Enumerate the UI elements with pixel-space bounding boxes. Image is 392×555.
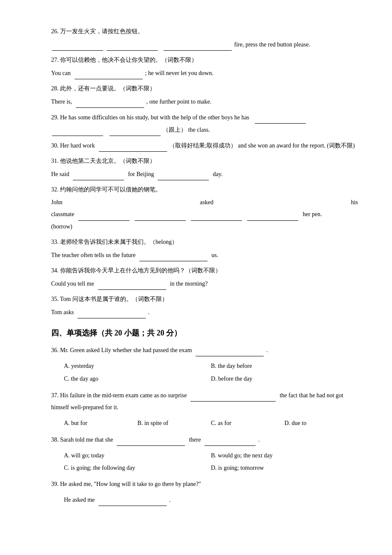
q31-blank2 (158, 168, 209, 180)
q39-sub-start: He asked me (64, 497, 95, 503)
q32-borrow-text: (borrow) (51, 223, 72, 230)
q39-sub: He asked me . (64, 494, 358, 506)
q38-blank2 (205, 434, 256, 446)
q31-start: He said (51, 171, 69, 177)
q32-asked: asked (200, 197, 213, 208)
question-39: 39. He asked me, "How long will it take … (51, 478, 358, 506)
q30-end: and she won an award for the report. (词数… (238, 142, 355, 149)
q28-end: , one further point to make. (146, 98, 211, 105)
q36-option-c-text: C. the day ago (64, 376, 98, 382)
q37-blank (190, 389, 276, 402)
q26-blank1 (52, 38, 103, 51)
q35-end: . (148, 309, 150, 315)
q38-text: 38. Sarah told me that she there . (51, 434, 358, 446)
q36-option-a-text: A. yesterday (64, 363, 94, 369)
q33-start: The teacher often tells us the future (51, 252, 135, 258)
q35-start: Tom asks (51, 309, 74, 315)
q29-cn-text: 29. He has some difficulties on his stud… (51, 114, 249, 121)
question-27: 27. 你可以信赖他，他决不会让你失望的。（词数不限） You can ; he… (51, 54, 358, 79)
exam-content: 26. 万一发生火灾，请按红色按钮。 fire, press the red b… (51, 26, 358, 506)
q33-cn: 33. 老师经常告诉我们未来属于我们。（belong） (51, 236, 358, 248)
q37-option-a-text: A. but for (64, 420, 87, 426)
q32-borrow: (borrow) (51, 221, 358, 233)
q32-blank3 (191, 208, 242, 221)
q38-option-c[interactable]: C. is going; the following day (64, 462, 211, 474)
question-31: 31. 他说他第二天去北京。（词数不限） He said for Beijing… (51, 155, 358, 180)
q36-option-d[interactable]: D. before the day (211, 373, 358, 385)
question-32: 32. 约翰问他的同学可不可以借她的钢笔。 John asked his cla… (51, 184, 358, 233)
q37-main: 37. His failure in the mid-term exam cam… (51, 392, 187, 399)
q27-en: You can ; he will never let you down. (51, 67, 358, 79)
q36-option-b-text: B. the day before (211, 363, 252, 369)
q36-options: A. yesterday B. the day before C. the da… (64, 360, 358, 384)
q33-end: us. (211, 252, 218, 258)
q37-option-b-text: B. in spite of (138, 420, 168, 426)
q36-option-b[interactable]: B. the day before (211, 360, 358, 372)
q38-main: 38. Sarah told me that she (51, 436, 113, 443)
q38-options: A. will go; today B. would go; the next … (64, 449, 358, 474)
q38-option-d-text: D. is going; tomorrow (211, 465, 264, 471)
q36-option-a[interactable]: A. yesterday (64, 360, 211, 372)
q32-his: his (351, 197, 358, 208)
q37-option-b[interactable]: B. in spite of (138, 417, 211, 429)
question-35: 35. Tom 问这本书是属于谁的。（词数不限） Tom asks . (51, 293, 358, 318)
q28-blank (76, 95, 144, 108)
question-34: 34. 你能告诉我你今天早上在什么地方见到的他吗？（词数不限） Could yo… (51, 265, 358, 290)
question-33: 33. 老师经常告诉我们未来属于我们。（belong） The teacher … (51, 236, 358, 261)
q38-option-c-text: C. is going; the following day (64, 465, 135, 471)
q33-en: The teacher often tells us the future us… (51, 249, 358, 261)
q29-blank3 (110, 124, 161, 136)
q37-option-a[interactable]: A. but for (64, 417, 138, 429)
q36-blank (196, 344, 264, 356)
q32-line1: John asked his (51, 197, 358, 208)
q32-john: John (51, 197, 62, 208)
q36-option-c[interactable]: C. the day ago (64, 373, 211, 385)
q37-text: 37. His failure in the mid-term exam cam… (51, 389, 358, 413)
q36-text: 36. Mr. Green asked Lily whether she had… (51, 344, 358, 356)
q32-blank4 (247, 208, 298, 221)
q30-en: 30. Her hard work （取得好结果;取得成功） and she w… (51, 139, 358, 152)
q28-start: There is, (51, 98, 72, 105)
question-28: 28. 此外，还有一点要说。（词数不限） There is, , one fur… (51, 83, 358, 108)
q34-en: Could you tell me in the morning? (51, 278, 358, 290)
question-36: 36. Mr. Green asked Lily whether she had… (51, 344, 358, 384)
q28-cn: 28. 此外，还有一点要说。（词数不限） (51, 83, 358, 95)
q26-en: fire, press the red button please. (51, 38, 358, 51)
q39-text: 39. He asked me, "How long will it take … (51, 478, 358, 490)
q29-blank1 (255, 111, 306, 124)
q38-option-b-text: B. would go; the next day (211, 452, 273, 459)
q36-end: . (266, 347, 268, 353)
q27-cn: 27. 你可以信赖他，他决不会让你失望的。（词数不限） (51, 54, 358, 66)
q38-option-b[interactable]: B. would go; the next day (211, 449, 358, 462)
q32-line2: classmate her pen. (51, 208, 358, 221)
q34-cn: 34. 你能告诉我你今天早上在什么地方见到的他吗？（词数不限） (51, 265, 358, 277)
q27-blank (75, 67, 143, 79)
q32-end: her pen. (303, 208, 322, 220)
q28-en: There is, , one further point to make. (51, 95, 358, 108)
q37-option-c[interactable]: C. as for (211, 417, 285, 429)
q38-option-d[interactable]: D. is going; tomorrow (211, 462, 358, 474)
q35-en: Tom asks . (51, 306, 358, 318)
q38-option-a[interactable]: A. will go; today (64, 449, 211, 462)
question-26: 26. 万一发生火灾，请按红色按钮。 fire, press the red b… (51, 26, 358, 51)
q38-end: . (258, 436, 260, 443)
q32-classmate: classmate (51, 208, 74, 220)
q27-start: You can (51, 70, 71, 76)
q39-sub-end: . (169, 497, 171, 503)
q34-start: Could you tell me (51, 280, 94, 287)
q32-blank2 (135, 208, 186, 221)
q37-option-d[interactable]: D. due to (285, 417, 358, 429)
q39-blank (98, 494, 167, 506)
q30-start: 30. Her hard work (51, 142, 95, 149)
q29-en: 29. He has some difficulties on his stud… (51, 111, 358, 136)
q29-end: the class. (188, 127, 210, 133)
q35-blank (78, 306, 146, 318)
q31-blank1 (73, 168, 124, 180)
q38-option-a-text: A. will go; today (64, 452, 104, 459)
q27-end: ; he will never let you down. (145, 70, 213, 76)
q36-option-d-text: D. before the day (211, 376, 252, 382)
q26-blank3 (164, 38, 232, 51)
q30-paren: （取得好结果;取得成功） (169, 142, 236, 149)
q32-blank1 (78, 208, 130, 221)
q29-paren: （跟上） (163, 127, 187, 133)
